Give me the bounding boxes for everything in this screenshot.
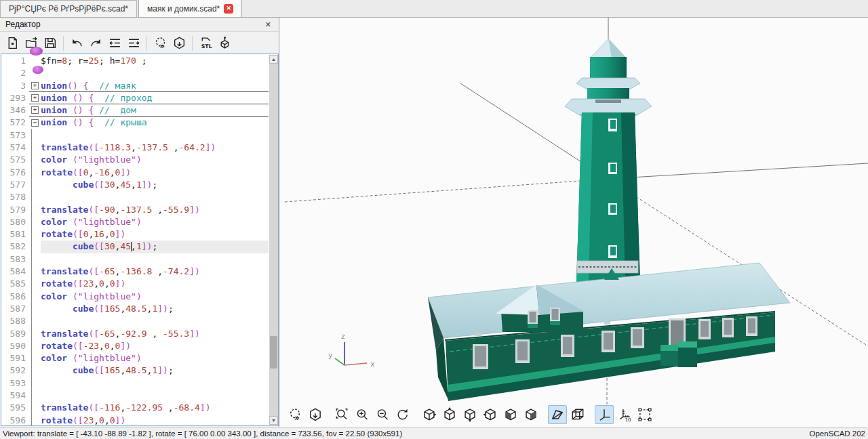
tab-close-icon[interactable]: ✕ xyxy=(224,4,233,14)
code-line[interactable]: 573 xyxy=(1,129,269,142)
scroll-up-icon[interactable]: ▲ xyxy=(269,55,278,64)
stl-icon xyxy=(199,36,213,50)
view-bottom-button[interactable] xyxy=(460,405,479,424)
zoom-all-icon xyxy=(334,407,349,422)
code-line[interactable]: 596rotate([23,0,0]) xyxy=(1,415,269,426)
code-line[interactable]: 578 xyxy=(1,191,269,203)
3d-scene[interactable]: z y x xyxy=(280,18,868,427)
redo-button[interactable] xyxy=(86,34,105,53)
view-back-button[interactable] xyxy=(521,405,540,424)
code-line[interactable]: 580color ("lightblue") xyxy=(1,216,269,228)
preview-button[interactable] xyxy=(285,405,304,424)
line-number: 582 xyxy=(1,241,29,253)
undo-button[interactable] xyxy=(67,34,86,53)
code-line[interactable]: 595translate([-116,-122.95 ,-68.4]) xyxy=(1,402,269,414)
line-number: 578 xyxy=(1,191,29,203)
code-text: $fn=8; r=25; h=170 ; xyxy=(41,55,269,67)
code-line[interactable]: 591color ("lightblue") xyxy=(1,352,269,364)
code-line[interactable]: 594 xyxy=(1,390,269,402)
code-line[interactable]: 592 cube([165,48.5,1]); xyxy=(1,364,269,377)
toolbar-separator xyxy=(63,36,64,51)
code-line[interactable]: 588 xyxy=(1,315,269,327)
unindent-button[interactable] xyxy=(105,34,124,53)
fold-guide-line xyxy=(31,129,32,425)
editor-titlebar: Редактор ✕ xyxy=(0,18,279,32)
code-line[interactable]: 590rotate([-23,0,0]) xyxy=(1,340,269,352)
code-line[interactable]: 587 cube([165,48.5,1]); xyxy=(1,303,269,315)
fold-toggle-icon[interactable]: + xyxy=(29,104,41,116)
scrollbar-thumb[interactable] xyxy=(270,336,277,369)
render-button[interactable] xyxy=(170,34,189,53)
line-number: 586 xyxy=(1,291,29,303)
code-line[interactable]: 593 xyxy=(1,377,269,390)
indent-button[interactable] xyxy=(124,34,143,53)
code-line[interactable]: 576rotate([0,-16,0]) xyxy=(1,167,269,179)
zoom-in-button[interactable] xyxy=(353,405,372,424)
x-axis-label: x xyxy=(370,360,375,369)
code-line[interactable]: 577 cube([30,45,1]); xyxy=(1,179,269,191)
line-number: 580 xyxy=(1,216,29,228)
code-line[interactable]: 574translate([-118.3,-137.5 ,-64.2]) xyxy=(1,142,269,154)
line-number: 575 xyxy=(1,154,29,166)
document-tab-2[interactable]: маяк и домик.scad*✕ xyxy=(138,0,242,17)
show-scale-markers-button[interactable] xyxy=(615,405,634,424)
code-line[interactable]: 583 xyxy=(1,253,269,266)
reset-view-button[interactable] xyxy=(393,405,412,424)
editor-panel: Редактор ✕ 1$fn=8; r=25; h=170 ;23+union… xyxy=(0,18,279,427)
code-line[interactable]: 584translate([-65,-136.8 ,-74.2]) xyxy=(1,266,269,278)
3d-viewport[interactable]: z y x xyxy=(280,18,868,427)
line-number: 594 xyxy=(1,390,29,402)
tab-label: РјР°СЏРє Рё РґРѕРјРёРє.scad* xyxy=(9,4,128,14)
zoom-all-button[interactable] xyxy=(332,405,351,424)
save-button[interactable] xyxy=(41,34,60,53)
cube-front-icon xyxy=(503,407,518,422)
code-line[interactable]: 582 cube([30,45,1]); xyxy=(1,241,269,253)
new-file-button[interactable] xyxy=(3,34,22,53)
view-all-button[interactable] xyxy=(635,405,654,424)
code-text: translate([-65,-92.9 , -55.3]) xyxy=(41,328,269,340)
editor-scrollbar[interactable]: ▲ ▼ xyxy=(269,55,278,425)
view-top-button[interactable] xyxy=(440,405,459,424)
editor-close-button[interactable]: ✕ xyxy=(263,20,273,29)
line-number: 588 xyxy=(1,315,29,327)
display-view-button[interactable] xyxy=(215,34,234,53)
line-number: 3 xyxy=(1,80,29,92)
zoom-out-button[interactable] xyxy=(373,405,392,424)
code-line[interactable]: 1$fn=8; r=25; h=170 ; xyxy=(1,55,269,67)
view-right-button[interactable] xyxy=(420,405,439,424)
code-line[interactable]: 575color ("lightblue") xyxy=(1,154,269,166)
line-number: 2 xyxy=(1,67,29,79)
code-text xyxy=(41,390,269,402)
code-text xyxy=(41,377,269,390)
fold-toggle-icon[interactable]: + xyxy=(29,80,41,91)
code-line[interactable]: 589translate([-65,-92.9 , -55.3]) xyxy=(1,328,269,340)
preview-button[interactable] xyxy=(151,34,170,53)
code-line[interactable]: 293+union () { // проход xyxy=(1,92,269,104)
code-editor[interactable]: 1$fn=8; r=25; h=170 ;23+union() { // мая… xyxy=(1,54,279,426)
render-button[interactable] xyxy=(306,405,325,424)
code-line[interactable]: 346+union () { // дом xyxy=(1,104,269,117)
fold-toggle-icon[interactable]: − xyxy=(29,117,41,129)
code-line[interactable]: 585rotate([23,0,0]) xyxy=(1,278,269,290)
perspective-button[interactable] xyxy=(548,405,567,424)
code-text: rotate([23,0,0]) xyxy=(41,278,269,290)
code-line[interactable]: 586color ("lightblue") xyxy=(1,291,269,303)
code-text: rotate([-23,0,0]) xyxy=(41,340,269,352)
export-stl-button[interactable] xyxy=(196,34,215,53)
code-line[interactable]: 3+union() { // маяк xyxy=(1,80,269,92)
view-front-button[interactable] xyxy=(501,405,520,424)
document-tab-1[interactable]: РјР°СЏРє Рё РґРѕРјРёРє.scad* xyxy=(0,0,137,17)
viewcube-icon xyxy=(218,36,232,50)
view-left-button[interactable] xyxy=(481,405,500,424)
scroll-down-icon[interactable]: ▼ xyxy=(269,416,278,425)
code-line[interactable]: 579translate([-90,-137.5 ,-55.9]) xyxy=(1,204,269,216)
orthogonal-button[interactable] xyxy=(568,405,587,424)
line-number: 576 xyxy=(1,167,29,179)
show-axes-button[interactable] xyxy=(595,405,614,424)
code-text: translate([-65,-136.8 ,-74.2]) xyxy=(41,266,269,278)
fold-toggle-icon[interactable]: + xyxy=(29,92,41,104)
bbox-icon xyxy=(637,407,652,422)
code-line[interactable]: 572−union () { // крыша xyxy=(1,117,269,129)
tab-label: маяк и домик.scad* xyxy=(147,4,220,14)
code-line[interactable]: 581rotate([0,16,0]) xyxy=(1,228,269,241)
